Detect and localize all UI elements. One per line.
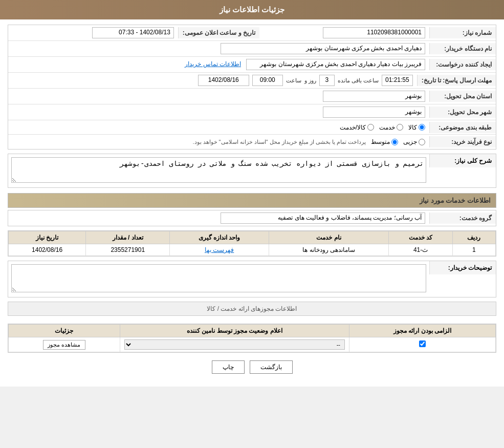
farayand-radio-group: جزیی متوسط پرداخت تمام یا بخشی از مبلغ خ… (12, 138, 425, 145)
permit-elzami-cell (349, 337, 495, 352)
permit-joziyat-cell: مشاهده مجوز (9, 337, 120, 352)
tabaqe-radio-group: کالا خدمت کالا/خدمت (12, 124, 425, 131)
group-row: گروه خدمت: آب رسانی؛ مدیریت پسماند، فاضل… (8, 210, 496, 226)
col-kod: کد خدمت (389, 231, 452, 244)
permit-col-alam: اعلام وضعیت مجوز توسط نامین کننده (120, 325, 349, 337)
services-title: اطلاعات خدمات مورد نیاز (8, 193, 496, 208)
sharh-textarea[interactable] (11, 157, 426, 183)
farayand-motevaset-item: متوسط (371, 138, 398, 145)
tawzihaat-value-cell (8, 261, 429, 297)
ostan-box: بوشهر (323, 91, 425, 102)
group-label: گروه خدمت: (429, 212, 496, 224)
row-shahr: شهر محل تحویل: بوشهر (8, 104, 496, 120)
services-table: ردیف کد خدمت نام خدمت واحد اندازه گیری ت… (8, 231, 496, 256)
vahad-link[interactable]: فهرست بها (205, 246, 234, 253)
tabaqe-kala-item: کالا (408, 124, 425, 131)
tarikh-box: 1402/08/13 - 07:33 (92, 27, 174, 38)
shahr-label: شهر محل تحویل: (429, 106, 496, 118)
cell-radif: 1 (452, 244, 495, 256)
cell-kod: ث-41 (389, 244, 452, 256)
permit-col-joziyat: جزئیات (9, 325, 120, 337)
tabaqe-kala-radio[interactable] (419, 124, 425, 131)
permit-table-section: الزامی بودن ارائه مجوز اعلام وضعیت مجوز … (8, 324, 496, 353)
shomara-box: 1102098381000001 (323, 27, 425, 38)
tarikh-value: 1402/08/13 - 07:33 (8, 25, 178, 40)
ijad-value: فریبرز بیات دهیار دهیاری احمدی بخش مرکزی… (8, 57, 429, 72)
farayand-jozii-radio[interactable] (419, 139, 425, 145)
tawzihaat-textarea[interactable] (11, 264, 426, 292)
spacer (8, 316, 496, 324)
group-section: گروه خدمت: آب رسانی؛ مدیریت پسماند، فاضل… (8, 210, 496, 226)
row-shomara: شماره نیاز: 1102098381000001 تاریخ و ساع… (8, 25, 496, 41)
permit-elzami-checkbox[interactable] (419, 340, 426, 347)
cell-tarikh: 1402/08/16 (9, 244, 86, 256)
print-button[interactable]: چاپ (212, 360, 245, 374)
cell-name: ساماندهی رودخانه ها (269, 244, 389, 256)
col-vahad: واحد اندازه گیری (170, 231, 269, 244)
farayand-value: جزیی متوسط پرداخت تمام یا بخشی از مبلغ خ… (8, 136, 429, 147)
row-mohlat: مهلت ارسال پاسخ: تا تاریخ: 01:21:55 ساعت… (8, 73, 496, 89)
tawzihaat-label: توضیحات خریدار: (429, 261, 496, 274)
mohlat-time-box: 09:00 (252, 75, 283, 86)
row-ostan: استان محل تحویل: بوشهر (8, 89, 496, 104)
sharh-label: شرح کلی نیاز: (429, 154, 496, 167)
tabaqe-khadamat-label: خدمت (379, 124, 395, 131)
page-wrapper: جزئیات اطلاعات نیاز شماره نیاز: 11020983… (0, 0, 504, 387)
tarikh-label: تاریخ و ساعت اعلان عمومی: (178, 27, 259, 38)
services-table-section: ردیف کد خدمت نام خدمت واحد اندازه گیری ت… (8, 230, 496, 257)
dastgah-label: نام دستگاه خریدار: (429, 43, 496, 54)
info-section: شماره نیاز: 1102098381000001 تاریخ و ساع… (8, 25, 496, 150)
shahr-box: بوشهر (323, 106, 425, 118)
tabaqe-label: طبقه بندی موضوعی: (429, 122, 496, 133)
group-box: آب رسانی؛ مدیریت پسماند، فاضلاب و فعالیت… (221, 212, 425, 224)
mohlat-label: مهلت ارسال پاسخ: تا تاریخ: (417, 75, 496, 86)
permit-row: -- مشاهده مجوز (9, 337, 496, 352)
row-dastgah: نام دستگاه خریدار: دهیاری احمدی بخش مرکز… (8, 41, 496, 57)
baqi-label: ساعت باقی مانده (338, 77, 379, 84)
mohlat-inline: 01:21:55 ساعت باقی مانده 3 روز و ساعت 09… (12, 75, 413, 86)
ijad-label: ایجاد کننده درخواست: (429, 59, 496, 70)
mohlat-date-box: 1402/08/16 (198, 75, 249, 86)
tabaqe-kalakhadamat-radio[interactable] (367, 124, 374, 131)
farayand-motevaset-label: متوسط (371, 138, 390, 145)
ettelaat-tamas-link[interactable]: اطلاعات تماس خریدار (185, 60, 241, 68)
farayand-jozii-item: جزیی (403, 138, 425, 145)
roz-label: روز و (304, 77, 316, 84)
farayand-label: نوع فرآیند خرید: (429, 136, 496, 147)
tabaqe-kala-label: کالا (408, 124, 417, 131)
farayand-jozii-label: جزیی (403, 138, 417, 145)
action-buttons: بازگشت چاپ (8, 360, 496, 374)
main-content: شماره نیاز: 1102098381000001 تاریخ و ساع… (0, 19, 504, 387)
ostan-value: بوشهر (8, 89, 429, 104)
view-permit-button[interactable]: مشاهده مجوز (43, 340, 85, 350)
ostan-label: استان محل تحویل: (429, 91, 496, 102)
ijad-box: فریبرز بیات دهیار دهیاری احمدی بخش مرکزی… (246, 59, 425, 70)
permit-table: الزامی بودن ارائه مجوز اعلام وضعیت مجوز … (8, 324, 496, 352)
col-name: نام خدمت (269, 231, 389, 244)
cell-tedad: 2355271901 (86, 244, 170, 256)
time-label: ساعت (286, 77, 301, 84)
farayand-desc: پرداخت تمام یا بخشی از مبلغ خریداز محل "… (192, 139, 366, 145)
tabaqe-value: کالا خدمت کالا/خدمت (8, 122, 429, 133)
dastgah-value: دهیاری احمدی بخش مرکزی شهرستان بوشهر (8, 41, 429, 56)
permit-alam-cell: -- (120, 337, 349, 352)
tabaqe-kalakhadamat-item: کالا/خدمت (340, 124, 374, 131)
tawzihaat-section: توضیحات خریدار: (8, 261, 496, 297)
col-radif: ردیف (452, 231, 495, 244)
back-button[interactable]: بازگشت (250, 360, 293, 374)
row-tabaqe: طبقه بندی موضوعی: کالا خدمت (8, 120, 496, 135)
shomara-label: شماره نیاز: (429, 27, 496, 38)
shomara-value: 1102098381000001 (259, 25, 429, 40)
mohlat-baqi-box: 01:21:55 (382, 75, 413, 86)
mohlat-roz-box: 3 (319, 75, 335, 86)
sharh-value-cell (8, 154, 429, 187)
sharh-koli-section: شرح کلی نیاز: (8, 154, 496, 188)
farayand-motevaset-radio[interactable] (391, 139, 398, 145)
dastgah-box: دهیاری احمدی بخش مرکزی شهرستان بوشهر (221, 43, 425, 54)
permit-alam-select[interactable]: -- (124, 339, 345, 350)
table-row: 1 ث-41 ساماندهی رودخانه ها فهرست بها 235… (9, 244, 496, 256)
group-value: آب رسانی؛ مدیریت پسماند، فاضلاب و فعالیت… (8, 210, 429, 226)
cell-vahad: فهرست بها (170, 244, 269, 256)
tawzihaat-row: توضیحات خریدار: (8, 261, 496, 297)
tabaqe-khadamat-radio[interactable] (397, 124, 403, 131)
